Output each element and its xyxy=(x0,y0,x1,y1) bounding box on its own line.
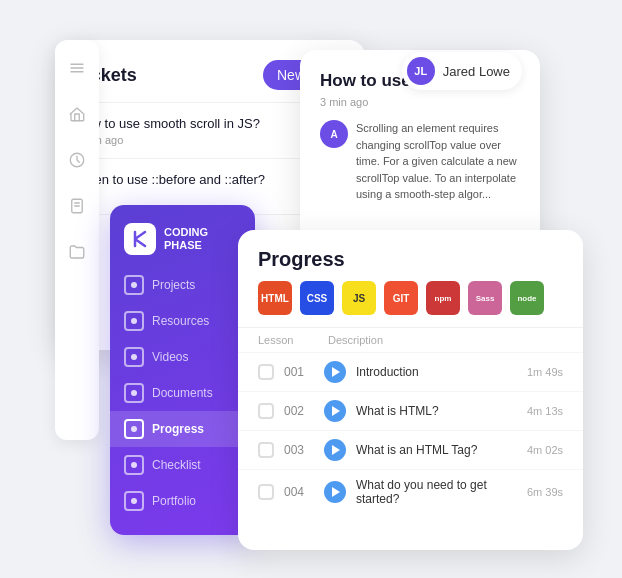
row-duration-3: 4m 02s xyxy=(527,444,563,456)
tech-icon-node: node xyxy=(510,281,544,315)
coding-logo-text: CODING PHASE xyxy=(164,226,208,252)
col-header-lesson: Lesson xyxy=(258,334,328,346)
article-text: Scrolling an element requires changing s… xyxy=(356,120,520,203)
row-duration-1: 1m 49s xyxy=(527,366,563,378)
tech-icons: HTML CSS JS GIT npm Sass node xyxy=(238,281,583,328)
sidebar-item-progress[interactable]: Progress xyxy=(110,411,255,447)
progress-card: Progress HTML CSS JS GIT npm Sass node L… xyxy=(238,230,583,550)
table-row[interactable]: 003 What is an HTML Tag? 4m 02s xyxy=(238,430,583,469)
row-duration-4: 6m 39s xyxy=(527,486,563,498)
progress-title: Progress xyxy=(258,248,563,271)
col-header-description: Description xyxy=(328,334,563,346)
table-header: Lesson Description xyxy=(238,328,583,352)
sidebar-nav-icon-resources xyxy=(124,311,144,331)
play-button-1[interactable] xyxy=(324,361,346,383)
tech-icon-sass: Sass xyxy=(468,281,502,315)
sidebar-icon-clock[interactable] xyxy=(63,146,91,174)
sidebar-nav-icon-portfolio xyxy=(124,491,144,511)
sidebar-label-portfolio: Portfolio xyxy=(152,494,196,508)
table-row[interactable]: 002 What is HTML? 4m 13s xyxy=(238,391,583,430)
row-title-3: What is an HTML Tag? xyxy=(356,443,517,457)
sidebar-label-progress: Progress xyxy=(152,422,204,436)
sidebar-item-projects[interactable]: Projects xyxy=(110,267,255,303)
play-button-2[interactable] xyxy=(324,400,346,422)
sidebar-item-videos[interactable]: Videos xyxy=(110,339,255,375)
row-duration-2: 4m 13s xyxy=(527,405,563,417)
header-user[interactable]: JL Jared Lowe xyxy=(402,52,522,90)
sidebar-icon-home[interactable] xyxy=(63,100,91,128)
row-checkbox-2[interactable] xyxy=(258,403,274,419)
tech-icon-html: HTML xyxy=(258,281,292,315)
row-lesson-3: 003 xyxy=(284,443,314,457)
tech-icon-css: CSS xyxy=(300,281,334,315)
article-avatar: A xyxy=(320,120,348,148)
row-title-2: What is HTML? xyxy=(356,404,517,418)
sidebar-item-checklist[interactable]: Checklist xyxy=(110,447,255,483)
sidebar-label-checklist: Checklist xyxy=(152,458,201,472)
sidebar-label-videos: Videos xyxy=(152,350,188,364)
sidebar-label-projects: Projects xyxy=(152,278,195,292)
sidebar-label-documents: Documents xyxy=(152,386,213,400)
coding-logo-icon xyxy=(124,223,156,255)
sidebar-nav-icon-documents xyxy=(124,383,144,403)
row-checkbox-4[interactable] xyxy=(258,484,274,500)
sidebar-icon-folder[interactable] xyxy=(63,238,91,266)
sidebar-nav-icon-videos xyxy=(124,347,144,367)
table-row[interactable]: 004 What do you need to get started? 6m … xyxy=(238,469,583,514)
table-row[interactable]: 001 Introduction 1m 49s xyxy=(238,352,583,391)
row-lesson-1: 001 xyxy=(284,365,314,379)
article-time: 3 min ago xyxy=(320,96,520,108)
sidebar-item-resources[interactable]: Resources xyxy=(110,303,255,339)
scene: Tickets New How to use smooth scroll in … xyxy=(0,0,622,578)
row-title-1: Introduction xyxy=(356,365,517,379)
coding-sidebar: CODING PHASE Projects Resources Videos D… xyxy=(110,205,255,535)
tech-icon-npm: npm xyxy=(426,281,460,315)
sidebar-icon-menu[interactable] xyxy=(63,54,91,82)
row-lesson-2: 002 xyxy=(284,404,314,418)
sidebar-item-documents[interactable]: Documents xyxy=(110,375,255,411)
tech-icon-js: JS xyxy=(342,281,376,315)
sidebar-nav-icon-checklist xyxy=(124,455,144,475)
tech-icon-git: GIT xyxy=(384,281,418,315)
sidebar-nav-icon-progress xyxy=(124,419,144,439)
sidebar-item-portfolio[interactable]: Portfolio xyxy=(110,483,255,519)
row-checkbox-1[interactable] xyxy=(258,364,274,380)
article-content: A Scrolling an element requires changing… xyxy=(320,120,520,203)
row-lesson-4: 004 xyxy=(284,485,314,499)
user-name: Jared Lowe xyxy=(443,64,510,79)
sidebar-nav-icon-projects xyxy=(124,275,144,295)
sidebar-icon-document[interactable] xyxy=(63,192,91,220)
play-button-4[interactable] xyxy=(324,481,346,503)
coding-logo: CODING PHASE xyxy=(110,205,255,267)
sidebar-label-resources: Resources xyxy=(152,314,209,328)
sidebar-strip xyxy=(55,40,99,440)
user-avatar: JL xyxy=(407,57,435,85)
row-title-4: What do you need to get started? xyxy=(356,478,517,506)
row-checkbox-3[interactable] xyxy=(258,442,274,458)
play-button-3[interactable] xyxy=(324,439,346,461)
